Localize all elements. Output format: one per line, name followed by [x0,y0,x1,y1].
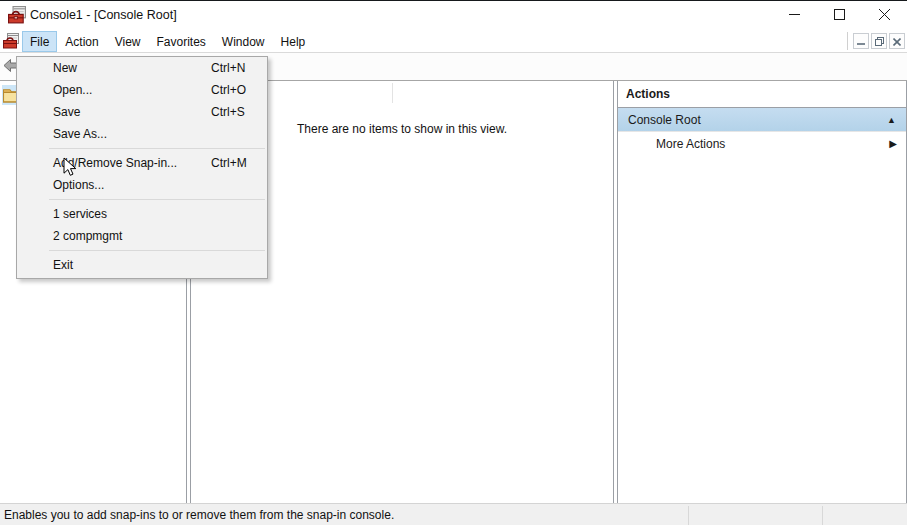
submenu-arrow-icon: ▶ [889,133,897,155]
menu-item-exit[interactable]: Exit [17,254,267,276]
menu-view[interactable]: View [107,31,149,52]
child-window-controls [847,32,905,50]
more-actions-item[interactable]: More Actions ▶ [618,133,906,155]
maximize-button[interactable] [817,1,862,29]
menu-separator [49,148,265,149]
child-restore-button[interactable] [871,33,887,49]
status-message: Enables you to add snap-ins to or remove… [4,504,394,525]
menu-item-recent-1-services[interactable]: 1 services [17,203,267,225]
window-title: Console1 - [Console Root] [30,1,177,29]
menu-file[interactable]: File [22,31,57,52]
actions-group-console-root[interactable]: Console Root ▲ [618,108,906,132]
child-minimize-icon [857,34,865,49]
collapse-arrow-icon: ▲ [887,108,896,132]
child-close-icon [893,34,901,49]
file-menu-dropdown: New Ctrl+N Open... Ctrl+O Save Ctrl+S Sa… [16,56,268,279]
menu-window[interactable]: Window [214,31,273,52]
more-actions-label: More Actions [656,137,725,151]
console-window-icon[interactable] [3,33,19,49]
menu-action[interactable]: Action [57,31,106,52]
actions-group-title: Console Root [628,113,701,127]
menu-item-add-remove-snap-in[interactable]: Add/Remove Snap-in... Ctrl+M [17,152,267,174]
status-bar-divider [688,506,689,525]
actions-panel: Actions Console Root ▲ More Actions ▶ [617,81,907,503]
title-bar: Console1 - [Console Root] [0,1,907,29]
shortcut-label: Ctrl+N [211,57,245,79]
menu-favorites[interactable]: Favorites [149,31,214,52]
close-icon [879,8,890,23]
child-restore-icon [875,34,884,49]
shortcut-label: Ctrl+O [211,79,246,101]
mmc-app-icon [8,6,26,24]
column-header-divider [392,83,393,103]
menu-item-recent-2-compmgmt[interactable]: 2 compmgmt [17,225,267,247]
menu-separator [49,199,265,200]
menu-item-save-as[interactable]: Save As... [17,123,267,145]
menu-item-new[interactable]: New Ctrl+N [17,57,267,79]
menu-item-save[interactable]: Save Ctrl+S [17,101,267,123]
child-minimize-button[interactable] [853,33,869,49]
menu-item-options[interactable]: Options... [17,174,267,196]
status-bar: Enables you to add snap-ins to or remove… [0,503,907,525]
close-button[interactable] [862,1,907,29]
menu-separator [49,250,265,251]
shortcut-label: Ctrl+S [211,101,245,123]
maximize-icon [834,8,845,23]
menu-items: File Action View Favorites Window Help [22,30,313,52]
menu-bar: File Action View Favorites Window Help [0,29,907,53]
minimize-button[interactable] [772,1,817,29]
shortcut-label: Ctrl+M [211,152,247,174]
actions-panel-title: Actions [618,81,906,108]
controls-separator [847,32,848,50]
mmc-window: Console1 - [Console Root] File Action [0,0,907,525]
menu-item-open[interactable]: Open... Ctrl+O [17,79,267,101]
status-bar-divider [822,506,823,525]
menu-help[interactable]: Help [273,31,314,52]
minimize-icon [789,8,800,23]
child-close-button[interactable] [889,33,905,49]
